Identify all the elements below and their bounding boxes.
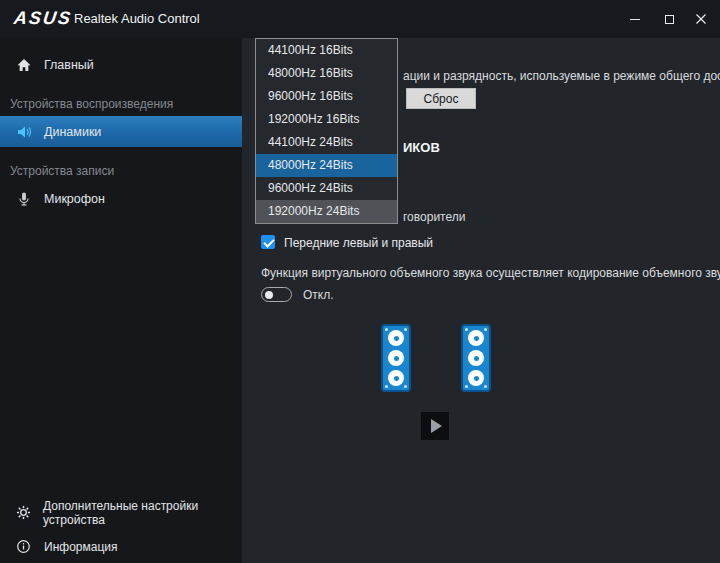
virtual-surround-description: Функция виртуального объемного звука осу… [261, 266, 720, 280]
maximize-button[interactable] [652, 0, 686, 38]
play-test-sound-button[interactable] [421, 412, 449, 440]
maximize-icon [665, 15, 674, 24]
speaker-driver [388, 330, 404, 346]
section-recording-devices: Устройства записи [10, 164, 114, 178]
sample-rate-option[interactable]: 44100Hz 16Bits [256, 39, 397, 62]
sidebar-item-information[interactable]: Информация [0, 532, 242, 561]
virtual-surround-toggle-label: Откл. [303, 288, 334, 302]
sidebar-item-label: Микрофон [44, 192, 105, 206]
speaker-driver [468, 330, 484, 346]
sidebar-item-device-settings[interactable]: Дополнительные настройки устройства [0, 498, 242, 527]
sidebar-item-home[interactable]: Главный [0, 50, 242, 79]
sample-rate-option[interactable]: 48000Hz 16Bits [256, 62, 397, 85]
right-speaker-graphic[interactable] [461, 324, 491, 392]
minimize-button[interactable] [618, 0, 652, 38]
speaker-icon [16, 124, 32, 140]
sample-rate-option-selected[interactable]: 48000Hz 24Bits [256, 154, 397, 177]
sidebar-item-label: Главный [44, 58, 94, 72]
sample-rate-option[interactable]: 44100Hz 24Bits [256, 131, 397, 154]
sample-rate-option[interactable]: 192000Hz 16Bits [256, 108, 397, 131]
format-description-text: ации и разрядность, используемые в режим… [403, 69, 720, 83]
asus-logo: ASUS [13, 8, 74, 29]
sample-rate-dropdown: 44100Hz 16Bits 48000Hz 16Bits 96000Hz 16… [255, 38, 398, 224]
info-icon [16, 539, 32, 555]
microphone-icon [16, 191, 32, 207]
sidebar-item-speakers[interactable]: Динамики [0, 116, 242, 147]
gear-icon [16, 505, 31, 521]
sidebar-item-microphone[interactable]: Микрофон [0, 184, 242, 213]
titlebar: ASUS Realtek Audio Control [0, 0, 720, 38]
front-left-right-checkbox[interactable] [261, 235, 275, 249]
sample-rate-option-hovered[interactable]: 192000Hz 24Bits [256, 200, 397, 223]
close-icon [696, 14, 706, 24]
speaker-driver [468, 350, 484, 366]
play-icon [431, 419, 442, 433]
sidebar-item-label: Информация [44, 540, 117, 554]
app-window: ASUS Realtek Audio Control Главный Устро… [0, 0, 720, 563]
speaker-driver [388, 350, 404, 366]
sample-rate-option[interactable]: 96000Hz 24Bits [256, 177, 397, 200]
speaker-driver [388, 370, 404, 386]
virtual-surround-toggle[interactable] [261, 287, 292, 302]
reset-button[interactable]: Сброс [406, 88, 476, 109]
sidebar: Главный Устройства воспроизведения Динам… [0, 38, 242, 563]
home-icon [16, 57, 32, 73]
minimize-icon [630, 19, 640, 20]
left-speaker-graphic[interactable] [381, 324, 411, 392]
app-title: Realtek Audio Control [74, 11, 200, 26]
sample-rate-option[interactable]: 96000Hz 16Bits [256, 85, 397, 108]
front-left-right-label: Передние левый и правый [284, 236, 433, 250]
sidebar-item-label: Динамики [44, 125, 101, 139]
sidebar-item-label: Дополнительные настройки устройства [43, 499, 242, 527]
speaker-configuration-heading: ИКОВ [403, 140, 440, 155]
speaker-config-value: говорители [403, 210, 465, 224]
speaker-driver [468, 370, 484, 386]
close-button[interactable] [684, 0, 718, 38]
section-playback-devices: Устройства воспроизведения [10, 97, 173, 111]
